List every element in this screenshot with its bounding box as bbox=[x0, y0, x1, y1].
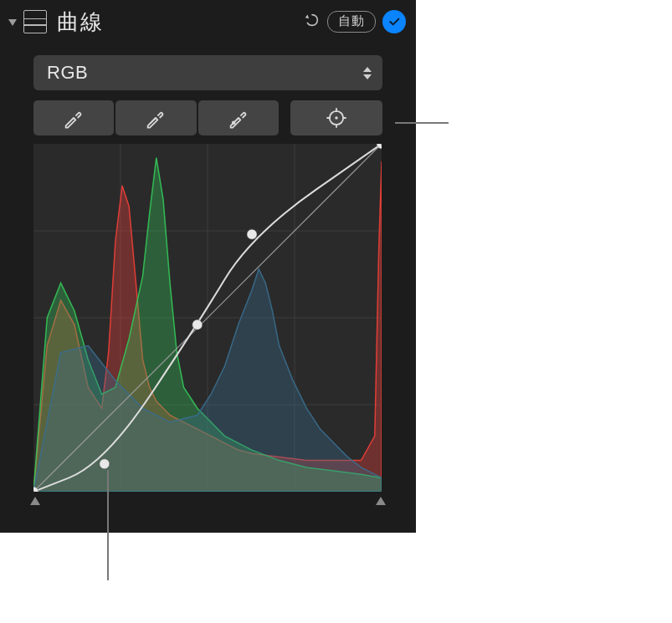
auto-button[interactable]: 自動 bbox=[327, 11, 376, 33]
curves-icon bbox=[23, 10, 47, 33]
add-point-button[interactable] bbox=[290, 100, 382, 135]
svg-point-11 bbox=[100, 459, 110, 469]
enable-toggle[interactable] bbox=[382, 10, 406, 33]
eyedropper-black-button[interactable] bbox=[33, 100, 114, 135]
disclosure-triangle-icon[interactable] bbox=[8, 19, 17, 26]
panel-title: 曲線 bbox=[57, 8, 295, 37]
callout-leader-2 bbox=[107, 470, 109, 580]
curves-panel: 曲線 自動 RGB bbox=[0, 0, 416, 533]
eyedropper-white-button[interactable] bbox=[198, 100, 279, 135]
black-point-handle[interactable] bbox=[28, 495, 42, 508]
undo-icon[interactable] bbox=[302, 11, 321, 33]
eyedropper-segment bbox=[33, 100, 279, 135]
tool-row bbox=[33, 100, 382, 135]
svg-point-2 bbox=[335, 116, 338, 120]
svg-point-12 bbox=[192, 319, 203, 329]
callout-leader-1 bbox=[395, 122, 449, 124]
channel-select[interactable]: RGB bbox=[33, 55, 382, 90]
eyedropper-gray-button[interactable] bbox=[115, 100, 196, 135]
stepper-icon bbox=[359, 67, 376, 79]
svg-point-0 bbox=[232, 121, 236, 125]
curves-graph[interactable] bbox=[33, 144, 382, 492]
channel-selected-label: RGB bbox=[47, 62, 359, 84]
panel-header: 曲線 自動 bbox=[0, 0, 416, 43]
white-point-handle[interactable] bbox=[374, 495, 387, 508]
svg-point-13 bbox=[247, 229, 257, 239]
histogram-chart[interactable] bbox=[33, 144, 382, 492]
